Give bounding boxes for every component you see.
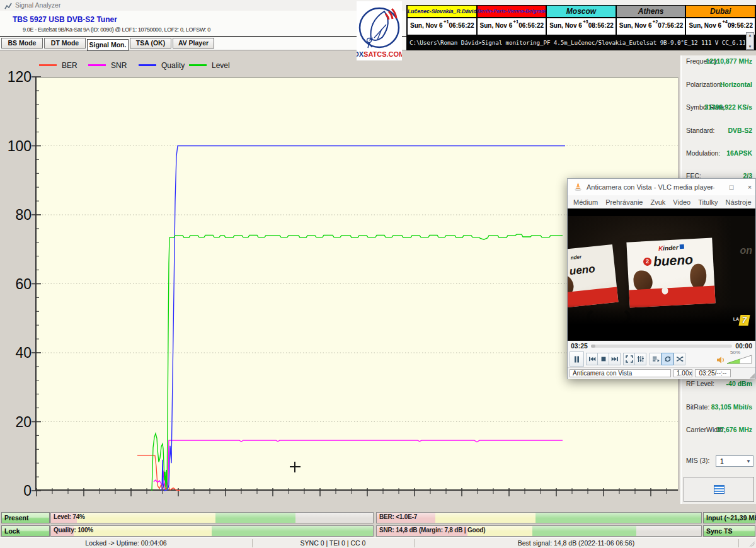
status-divider bbox=[252, 539, 253, 547]
kinder-blue-square bbox=[679, 244, 684, 249]
console-scrollbar[interactable]: ▲ ▼ bbox=[746, 32, 754, 50]
pause-button[interactable] bbox=[570, 351, 584, 367]
quality-bar: Quality: 100% bbox=[50, 525, 374, 537]
mis-dropdown[interactable]: 1▼ bbox=[716, 455, 753, 467]
world-clocks-panel: Lučenec-Slovakia_R.Dávid Sun, Nov 6 +1 0… bbox=[408, 6, 755, 35]
clock-dubai: Dubai Sun, Nov 6 +4 09:56:22 bbox=[686, 6, 755, 35]
menu-playback[interactable]: Prehrávanie bbox=[605, 198, 643, 206]
previous-button[interactable] bbox=[586, 353, 598, 365]
param-label: Standard: bbox=[686, 127, 715, 134]
menu-medium[interactable]: Médium bbox=[573, 198, 598, 206]
clock-time: 06:56:22 bbox=[518, 22, 544, 29]
volume-slider[interactable] bbox=[727, 355, 752, 367]
maximize-icon[interactable]: □ bbox=[726, 182, 736, 192]
adjustments-button[interactable] bbox=[634, 353, 646, 365]
clock-date: Sun, Nov 6 bbox=[410, 22, 443, 29]
seek-handle[interactable] bbox=[591, 345, 595, 348]
clock-date: Sun, Nov 6 bbox=[480, 22, 513, 29]
y-axis-tick-label: 20 bbox=[1, 414, 32, 430]
command-prompt-line[interactable]: C:\Users\Roman Dávid>Signal monitoring_P… bbox=[410, 39, 745, 46]
tab-bs-mode[interactable]: BS Mode bbox=[1, 38, 43, 49]
param-row-standard: Standard:DVB-S2 bbox=[682, 127, 756, 137]
tuner-subtitle: 9.0E - Eutelsat 9B/Ka-Sat 9A (ID: 0090) … bbox=[23, 26, 210, 33]
param-row-modulation: Modulation:16APSK bbox=[682, 149, 756, 159]
clock-time-row: Sun, Nov 6 +4 09:56:22 bbox=[686, 18, 755, 35]
legend-item-ber: BER bbox=[39, 61, 77, 70]
y-axis-tick-label: 60 bbox=[1, 276, 32, 292]
tab-dt-mode[interactable]: DT Mode bbox=[44, 38, 86, 49]
vlc-video-area[interactable]: nder ueno Kinder 2 bueno on bbox=[568, 208, 755, 341]
status-sync-counters: SYNC 0 | TEI 0 | CC 0 bbox=[252, 539, 414, 547]
status-uptime: Locked -> Uptime: 00:04:06 bbox=[0, 539, 252, 547]
level-bar: Level: 74% bbox=[50, 512, 374, 523]
param-value: 31396,922 KS/s bbox=[704, 103, 752, 111]
pack-count-badge: 2 bbox=[643, 258, 652, 266]
tab-tsa[interactable]: TSA (OK) bbox=[130, 38, 171, 49]
param-row-polarization: Polarization:Horizontal bbox=[682, 81, 756, 91]
ber-label: BER: <1.0E-7 bbox=[379, 513, 417, 520]
loop-button[interactable] bbox=[662, 353, 673, 365]
fullscreen-button[interactable] bbox=[623, 353, 635, 365]
param-label: RF Level: bbox=[686, 380, 714, 387]
signal-analyzer-screen: Signal Analyzer TBS 5927 USB DVB-S2 Tune… bbox=[0, 0, 756, 548]
clock-utc-offset: +1 bbox=[513, 19, 519, 25]
scroll-down-icon[interactable]: ▼ bbox=[747, 45, 753, 49]
y-axis-tick-label: 120 bbox=[1, 69, 32, 85]
minimize-icon[interactable]: – bbox=[707, 182, 718, 192]
vlc-titlebar[interactable]: Anticamera con Vista - VLC media player … bbox=[568, 179, 755, 195]
pack-reflection-text: on bbox=[740, 245, 752, 256]
param-value: 16APSK bbox=[726, 149, 752, 157]
clock-time: 06:56:22 bbox=[449, 22, 474, 29]
lock-indicator: Lock bbox=[1, 525, 50, 537]
playback-rate[interactable]: 1.00x bbox=[673, 369, 692, 377]
kinder-bueno-pack-partial: nder ueno bbox=[568, 244, 619, 309]
status-divider bbox=[414, 539, 415, 547]
menu-subtitles[interactable]: Titulky bbox=[698, 198, 718, 206]
playlist-button[interactable] bbox=[650, 353, 662, 365]
seek-bar[interactable] bbox=[591, 345, 732, 348]
param-value: Horizontal bbox=[720, 81, 752, 88]
tab-signal-mon[interactable]: Signal Mon. bbox=[87, 39, 129, 51]
clock-time-row: Sun, Nov 6 +1 06:56:22 bbox=[408, 18, 476, 35]
param-label: BitRate: bbox=[686, 403, 709, 411]
panel-bottom-button[interactable] bbox=[684, 477, 754, 502]
tuner-header: TBS 5927 USB DVB-S2 Tuner 9.0E - Eutelsa… bbox=[0, 11, 407, 50]
param-value: 83,105 Mbit/s bbox=[711, 403, 752, 411]
menu-tools[interactable]: Nástroje bbox=[726, 198, 752, 206]
la7-prefix: LA bbox=[733, 317, 739, 321]
ber-bar: BER: <1.0E-7 bbox=[376, 512, 702, 523]
resize-grip[interactable] bbox=[749, 541, 755, 547]
kinder-bueno-pack-main: Kinder 2 bueno bbox=[626, 238, 715, 308]
legend-swatch-quality bbox=[139, 64, 156, 66]
next-button[interactable] bbox=[609, 353, 621, 365]
tab-av-player[interactable]: AV Player bbox=[173, 38, 214, 49]
speaker-icon[interactable] bbox=[716, 355, 725, 367]
shuffle-button[interactable] bbox=[673, 353, 685, 365]
param-value: 37,676 MHz bbox=[716, 426, 752, 433]
snr-bar: SNR: 14,8 dB (Margin: 7,8 dB | Good) bbox=[376, 525, 702, 537]
clock-city-label: Athens bbox=[617, 6, 685, 18]
param-row-rf-level: RF Level:-40 dBm bbox=[682, 380, 756, 390]
now-playing-box: Anticamera con Vista bbox=[570, 369, 671, 377]
status-divider bbox=[738, 539, 739, 547]
input-indicator: Input (~21,39 Mbps) bbox=[703, 512, 755, 523]
menu-video[interactable]: Video bbox=[673, 198, 690, 206]
sync-ts-indicator: Sync TS bbox=[703, 525, 755, 537]
present-indicator: Present bbox=[1, 512, 50, 523]
vlc-window[interactable]: Anticamera con Vista - VLC media player … bbox=[567, 178, 756, 379]
y-axis-tick-label: 0 bbox=[1, 482, 32, 499]
level-label: Level: 74% bbox=[54, 513, 85, 520]
clock-city-label: Lučenec-Slovakia_R.Dávid bbox=[408, 6, 476, 18]
clock-berlin: Berlin-Paris-Vienna-Belgrade Sun, Nov 6 … bbox=[478, 6, 547, 35]
time-display[interactable]: 03:25/--:-- bbox=[695, 369, 731, 377]
param-label: MIS (3): bbox=[686, 457, 709, 464]
clock-moscow: Moscow Sun, Nov 6 +3 08:56:22 bbox=[547, 6, 617, 35]
elapsed-time: 03:25 bbox=[571, 342, 588, 350]
menu-audio[interactable]: Zvuk bbox=[650, 198, 665, 206]
stop-button[interactable] bbox=[597, 353, 609, 365]
vlc-seek-row: 03:25 00:00 bbox=[568, 341, 755, 351]
scroll-up-icon[interactable]: ▲ bbox=[747, 33, 753, 37]
clock-athens: Athens Sun, Nov 6 +2 07:56:22 bbox=[617, 6, 687, 35]
resize-grip[interactable] bbox=[750, 374, 755, 379]
close-icon[interactable]: × bbox=[745, 182, 755, 192]
